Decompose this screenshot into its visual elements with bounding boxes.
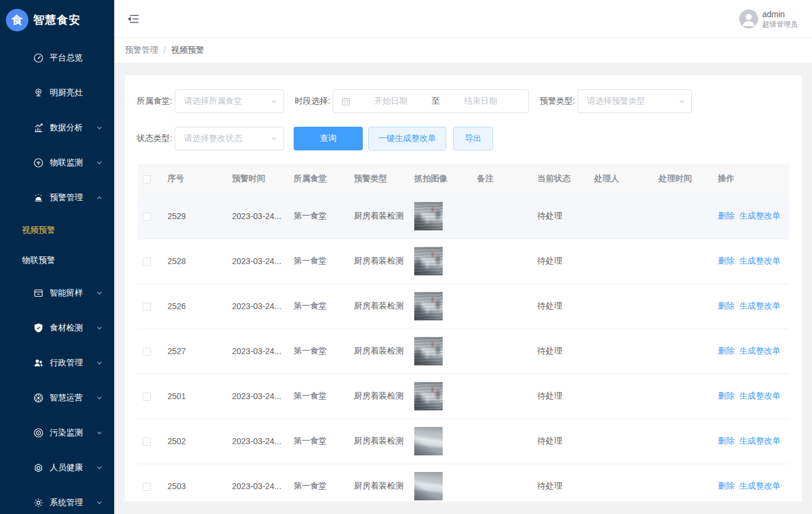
delete-link[interactable]: 删除 <box>718 211 734 220</box>
table-row-2529: 25292023-03-24...第一食堂厨房着装检测待处理删除生成整改单 <box>138 194 789 239</box>
cell-status: 待处理 <box>531 194 588 239</box>
cell-warning-time: 2023-03-24... <box>226 419 288 464</box>
generate-link[interactable]: 生成整改单 <box>739 436 781 445</box>
snapshot-image[interactable] <box>414 382 443 410</box>
canteen-select[interactable]: 请选择所属食堂 <box>175 89 284 113</box>
logo: 食 智慧食安 <box>0 0 114 40</box>
sidebar-item-platform-overview[interactable]: 平台总览 <box>0 40 114 75</box>
delete-link[interactable]: 删除 <box>718 391 734 400</box>
sidebar-item-bright-kitchen[interactable]: 明厨亮灶 <box>0 75 114 110</box>
row-checkbox[interactable] <box>143 393 151 401</box>
select-all-checkbox[interactable] <box>143 175 151 184</box>
snapshot-image[interactable] <box>414 202 443 230</box>
search-button[interactable]: 查询 <box>294 127 363 150</box>
breadcrumb-parent[interactable]: 预警管理 <box>125 45 158 56</box>
generate-link[interactable]: 生成整改单 <box>739 391 781 400</box>
avatar <box>739 9 758 28</box>
generate-link[interactable]: 生成整改单 <box>739 301 781 310</box>
delete-link[interactable]: 删除 <box>718 481 734 490</box>
cell-handle-time <box>653 419 712 464</box>
panel: 所属食堂: 请选择所属食堂 时段选择: <box>125 75 802 502</box>
table-row-2502: 25022023-03-24...第一食堂厨房着装检测待处理删除生成整改单 <box>138 419 789 464</box>
row-checkbox[interactable] <box>143 483 151 491</box>
camera-icon <box>33 88 44 98</box>
generate-link[interactable]: 生成整改单 <box>739 481 781 490</box>
sidebar-item-iot-monitoring[interactable]: 物联监测 <box>0 145 114 180</box>
cell-status: 待处理 <box>531 419 588 464</box>
row-checkbox[interactable] <box>143 258 151 266</box>
main: admin 超级管理员 预警管理 / 视频预警 所属食堂: 请选择所属食堂 <box>114 0 812 514</box>
table-row-2526: 25262023-03-24...第一食堂厨房着装检测待处理删除生成整改单 <box>138 284 789 329</box>
snapshot-image[interactable] <box>414 247 443 275</box>
warning-table: 序号预警时间所属食堂预警类型抓拍图像备注当前状态处理人处理时间操作 252920… <box>138 164 789 502</box>
cell-warning-type: 厨房着装检测 <box>348 464 408 502</box>
sidebar-item-pollution-monitoring[interactable]: 污染监测 <box>0 415 114 450</box>
generate-link[interactable]: 生成整改单 <box>739 256 781 265</box>
sidebar-item-warning-management[interactable]: 预警管理 <box>0 180 114 215</box>
sidebar-item-food-testing[interactable]: 食材检测 <box>0 310 114 345</box>
cell-serial: 2529 <box>162 194 226 239</box>
cell-status: 待处理 <box>531 239 588 284</box>
table-header-row: 序号预警时间所属食堂预警类型抓拍图像备注当前状态处理人处理时间操作 <box>138 164 789 194</box>
cell-canteen: 第一食堂 <box>288 464 348 502</box>
chevron-down-icon <box>271 98 277 104</box>
cell-canteen: 第一食堂 <box>288 194 348 239</box>
cell-serial: 2502 <box>162 419 226 464</box>
sidebar-item-admin-management[interactable]: 行政管理 <box>0 345 114 380</box>
hexagon-icon <box>33 428 44 438</box>
date-range-picker[interactable]: 开始日期 至 结束日期 <box>333 89 529 113</box>
cell-handler <box>588 239 653 284</box>
start-date-input[interactable]: 开始日期 <box>350 96 432 107</box>
cell-serial: 2503 <box>162 464 226 502</box>
breadcrumb-current: 视频预警 <box>171 45 204 56</box>
chevron-down-icon <box>96 360 102 366</box>
generate-link[interactable]: 生成整改单 <box>739 211 781 220</box>
flower-icon <box>33 393 44 403</box>
cell-warning-type: 厨房着装检测 <box>348 419 408 464</box>
generate-rectification-button[interactable]: 一键生成整改单 <box>368 127 446 150</box>
row-checkbox[interactable] <box>143 438 151 446</box>
sidebar-item-personnel-health[interactable]: 人员健康 <box>0 450 114 485</box>
delete-link[interactable]: 删除 <box>718 346 734 355</box>
row-checkbox[interactable] <box>143 303 151 311</box>
snapshot-image[interactable] <box>414 427 443 455</box>
sidebar-item-smart-sample[interactable]: 智能留样 <box>0 275 114 310</box>
sidebar-subitem-video-warning[interactable]: 视频预警 <box>0 215 114 245</box>
column-header: 备注 <box>471 164 531 194</box>
menu-fold-icon[interactable] <box>127 14 140 24</box>
export-button[interactable]: 导出 <box>453 127 493 150</box>
delete-link[interactable]: 删除 <box>718 436 734 445</box>
column-header: 操作 <box>712 164 789 194</box>
snapshot-image[interactable] <box>414 472 443 500</box>
user-name: admin <box>762 10 798 18</box>
delete-link[interactable]: 删除 <box>718 256 734 265</box>
snapshot-image[interactable] <box>414 292 443 320</box>
sidebar-subitem-iot-warning[interactable]: 物联预警 <box>0 245 114 275</box>
filter-row-1: 所属食堂: 请选择所属食堂 时段选择: <box>137 89 789 113</box>
cell-warning-type: 厨房着装检测 <box>348 284 408 329</box>
warning-type-select[interactable]: 请选择预警类型 <box>578 89 692 113</box>
cell-handle-time <box>653 239 712 284</box>
row-checkbox[interactable] <box>143 348 151 356</box>
row-checkbox[interactable] <box>143 213 151 221</box>
status-select[interactable]: 请选择整改状态 <box>175 127 284 150</box>
delete-link[interactable]: 删除 <box>718 301 734 310</box>
sidebar-item-smart-operation[interactable]: 智慧运营 <box>0 380 114 415</box>
user-box[interactable]: admin 超级管理员 <box>739 9 798 28</box>
content: 所属食堂: 请选择所属食堂 时段选择: <box>114 63 812 514</box>
table-row-2527: 25272023-03-24...第一食堂厨房着装检测待处理删除生成整改单 <box>138 329 789 374</box>
chevron-down-icon <box>271 136 277 142</box>
snapshot-image[interactable] <box>414 337 443 365</box>
sidebar-item-system-management[interactable]: 系统管理 <box>0 485 114 514</box>
generate-link[interactable]: 生成整改单 <box>739 346 781 355</box>
chevron-down-icon <box>96 160 102 166</box>
cell-remark <box>471 194 531 239</box>
gear-icon <box>33 497 44 508</box>
user-role: 超级管理员 <box>762 21 798 28</box>
end-date-input[interactable]: 结束日期 <box>440 96 521 107</box>
calendar-icon <box>341 97 350 106</box>
cell-warning-time: 2023-03-24... <box>226 329 288 374</box>
sidebar-item-data-analysis[interactable]: 数据分析 <box>0 110 114 145</box>
column-header: 抓拍图像 <box>408 164 471 194</box>
column-header: 预警时间 <box>226 164 288 194</box>
